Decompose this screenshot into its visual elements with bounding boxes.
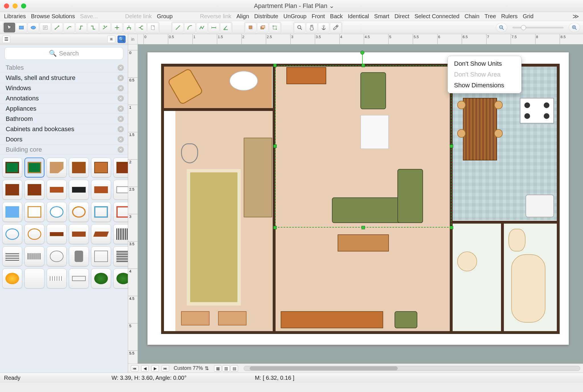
shape-bookcase[interactable] (91, 158, 111, 178)
tool-pointer[interactable] (4, 23, 15, 32)
chair-2[interactable] (457, 129, 466, 138)
basin-foyer[interactable] (229, 71, 258, 91)
category-appliances[interactable]: Appliances✕ (0, 104, 128, 114)
shape-mirror-rect[interactable] (24, 202, 44, 222)
menu-smart[interactable]: Smart (374, 13, 389, 20)
shape-panel-lines[interactable] (47, 269, 67, 288)
tool-text[interactable] (40, 23, 51, 32)
tool-line[interactable] (172, 23, 184, 32)
close-icon[interactable]: ✕ (118, 106, 124, 112)
tool-shadow[interactable] (245, 23, 256, 32)
menu-align[interactable]: Align (237, 13, 249, 20)
category-doors[interactable]: Doors✕ (0, 134, 128, 145)
panel-toggle-icon[interactable]: ☰ (2, 36, 10, 43)
shape-rug-oval[interactable] (69, 202, 89, 222)
tool-connector-4[interactable] (87, 23, 99, 32)
last-page-button[interactable]: ⏭ (162, 365, 169, 372)
selection-handle[interactable] (362, 64, 365, 67)
panel-list-icon[interactable]: ≡ (107, 36, 115, 43)
selection-handle[interactable] (450, 145, 453, 148)
maximize-window[interactable] (21, 3, 26, 9)
shape-cabinet-panel[interactable] (113, 180, 128, 200)
tool-connector-2[interactable] (63, 23, 75, 32)
close-icon[interactable]: ✕ (118, 147, 124, 153)
tool-connector-6[interactable] (111, 23, 123, 32)
selection-handle[interactable] (450, 226, 453, 229)
stove[interactable] (520, 98, 554, 123)
shape-cabinet-brown-3[interactable] (24, 180, 44, 200)
close-icon[interactable]: ✕ (118, 65, 124, 71)
menu-front[interactable]: Front (312, 13, 325, 20)
zoom-slider[interactable] (512, 27, 564, 28)
tool-connector-7[interactable] (123, 23, 135, 32)
toilet[interactable] (508, 229, 525, 251)
tool-dim-angle[interactable] (220, 23, 231, 32)
shape-cabinet-low[interactable] (91, 180, 111, 200)
nightstand-1[interactable] (181, 311, 210, 325)
wall-v-bath[interactable] (501, 223, 504, 331)
shape-strip[interactable] (47, 224, 67, 244)
search-input[interactable]: 🔍 Search (5, 47, 123, 60)
category-annotations[interactable]: Annotations✕ (0, 93, 128, 104)
category-walls[interactable]: Walls, shell and structure✕ (0, 73, 128, 83)
tool-polyline[interactable] (196, 23, 208, 32)
coffee-table[interactable] (338, 234, 389, 251)
shape-lamp[interactable] (69, 246, 89, 266)
menu-grid[interactable]: Grid (523, 13, 533, 20)
next-page-button[interactable]: ▶ (151, 365, 159, 372)
menu-libraries[interactable]: Libraries (4, 13, 26, 20)
zoom-slider-knob[interactable] (521, 25, 526, 30)
canvas[interactable]: Don't Show Units Don't Show Area Show Di… (138, 44, 583, 364)
selection-handle[interactable] (362, 226, 365, 229)
menu-tree[interactable]: Tree (485, 13, 496, 20)
shape-fan[interactable] (47, 246, 67, 266)
close-icon[interactable]: ✕ (118, 75, 124, 81)
close-icon[interactable]: ✕ (118, 136, 124, 143)
shape-bush-2[interactable] (113, 269, 128, 288)
kitchen-sink[interactable] (525, 195, 554, 217)
menu-group[interactable]: Group (157, 13, 173, 20)
category-windows[interactable]: Windows✕ (0, 83, 128, 93)
view-mode-1[interactable]: ▦ (214, 365, 221, 372)
shape-pool-table[interactable] (2, 158, 22, 178)
menu-rulers[interactable]: Rulers (501, 13, 518, 20)
zoom-out-button[interactable] (496, 23, 507, 32)
tool-connector-5[interactable] (99, 23, 111, 32)
selection-handle[interactable] (273, 226, 277, 229)
category-cabinets[interactable]: Cabinets and bookcases✕ (0, 124, 128, 134)
floor-plan[interactable] (161, 64, 560, 337)
shape-frame-2[interactable] (113, 202, 128, 222)
shape-lines-vert[interactable] (2, 246, 22, 266)
tool-ellipse[interactable] (28, 23, 39, 32)
tool-smart-dim[interactable] (269, 23, 280, 32)
close-icon[interactable]: ✕ (118, 116, 124, 122)
menu-browse-solutions[interactable]: Browse Solutions (31, 13, 75, 20)
selection-handle[interactable] (273, 145, 277, 148)
shape-cabinet-brown-2[interactable] (2, 180, 22, 200)
sink-bath[interactable] (457, 251, 477, 271)
dining-table[interactable] (463, 98, 497, 160)
close-icon[interactable]: ✕ (118, 95, 124, 102)
shape-frame-1[interactable] (91, 202, 111, 222)
shape-radiator[interactable] (24, 246, 44, 266)
menu-distribute[interactable]: Distribute (254, 13, 278, 20)
shape-grate[interactable] (113, 224, 128, 244)
chair-1[interactable] (457, 101, 466, 109)
nightstand-2[interactable] (218, 311, 247, 325)
rotation-handle[interactable] (360, 51, 364, 55)
shape-light-round[interactable] (2, 269, 22, 288)
shape-blank-1[interactable] (24, 269, 44, 288)
menu-item-dont-show-units[interactable]: Don't Show Units (448, 58, 521, 69)
shape-cabinet-brown-1[interactable] (113, 158, 128, 178)
menu-direct[interactable]: Direct (395, 13, 409, 20)
bathtub[interactable] (511, 254, 545, 323)
category-tables[interactable]: Tables✕ (0, 63, 128, 73)
first-page-button[interactable]: ⏮ (131, 365, 138, 372)
tool-dim-h[interactable] (208, 23, 219, 32)
view-mode-3[interactable]: ▤ (231, 365, 238, 372)
window-title[interactable]: Apartment Plan - Flat Plan ⌄ (26, 2, 562, 10)
shape-corner-cabinet[interactable] (47, 158, 67, 178)
desk[interactable] (244, 138, 272, 217)
menu-chain[interactable]: Chain (465, 13, 479, 20)
tool-arc[interactable] (184, 23, 196, 32)
